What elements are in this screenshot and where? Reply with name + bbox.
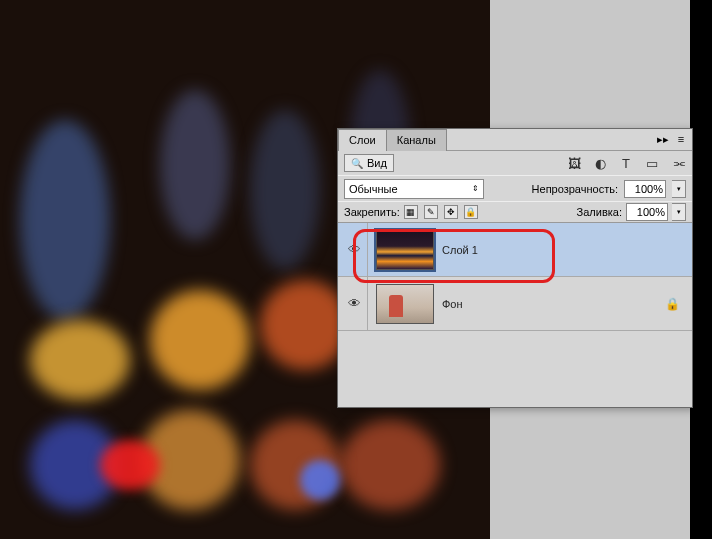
lock-position-icon[interactable]: ✥ xyxy=(444,205,458,219)
layers-list: 👁 Слой 1 👁 Фон 🔒 xyxy=(338,223,692,331)
filter-smartobject-icon[interactable]: ⫘ xyxy=(670,155,686,171)
opacity-input[interactable] xyxy=(624,180,666,198)
layer-lock-icon: 🔒 xyxy=(665,297,680,311)
tab-layers[interactable]: Слои xyxy=(338,129,387,151)
filter-type-icon[interactable]: T xyxy=(618,155,634,171)
fill-dropdown-arrow[interactable]: ▾ xyxy=(672,203,686,221)
opacity-label: Непрозрачность: xyxy=(532,183,618,195)
collapse-panel-icon[interactable]: ▸▸ xyxy=(656,132,670,146)
lock-all-icon[interactable]: 🔒 xyxy=(464,205,478,219)
lock-fill-row: Закрепить: ▦ ✎ ✥ 🔒 Заливка: ▾ xyxy=(338,201,692,223)
blend-mode-select[interactable]: Обычные ⇕ xyxy=(344,179,484,199)
layer-filter-kind-button[interactable]: 🔍 Вид xyxy=(344,154,394,172)
lock-image-icon[interactable]: ✎ xyxy=(424,205,438,219)
filter-shape-icon[interactable]: ▭ xyxy=(644,155,660,171)
fill-input[interactable] xyxy=(626,203,668,221)
blend-mode-value: Обычные xyxy=(349,183,398,195)
panel-tabs: Слои Каналы ▸▸ ≡ xyxy=(338,129,692,151)
layer-row-background[interactable]: 👁 Фон 🔒 xyxy=(338,277,692,331)
layer-thumbnail[interactable] xyxy=(376,230,434,270)
layer-name-label[interactable]: Фон xyxy=(442,298,463,310)
layers-toolbar: 🔍 Вид 🖼 ◐ T ▭ ⫘ xyxy=(338,151,692,175)
layers-panel: Слои Каналы ▸▸ ≡ 🔍 Вид 🖼 ◐ T ▭ ⫘ Обычные… xyxy=(337,128,693,408)
panel-menu-icon[interactable]: ≡ xyxy=(674,132,688,146)
filter-kind-label: Вид xyxy=(367,157,387,169)
layer-name-label[interactable]: Слой 1 xyxy=(442,244,478,256)
layer-row-layer1[interactable]: 👁 Слой 1 xyxy=(338,223,692,277)
lock-label: Закрепить: xyxy=(344,206,400,218)
tab-channels[interactable]: Каналы xyxy=(386,129,447,151)
blend-opacity-row: Обычные ⇕ Непрозрачность: ▾ xyxy=(338,175,692,201)
opacity-dropdown-arrow[interactable]: ▾ xyxy=(672,180,686,198)
fill-label: Заливка: xyxy=(577,206,622,218)
visibility-toggle-icon[interactable]: 👁 xyxy=(348,242,361,257)
filter-adjustment-icon[interactable]: ◐ xyxy=(592,155,608,171)
visibility-toggle-icon[interactable]: 👁 xyxy=(348,296,361,311)
filter-pixel-icon[interactable]: 🖼 xyxy=(566,155,582,171)
lock-transparency-icon[interactable]: ▦ xyxy=(404,205,418,219)
layer-thumbnail[interactable] xyxy=(376,284,434,324)
chevron-updown-icon: ⇕ xyxy=(472,184,479,193)
magnifier-icon: 🔍 xyxy=(351,158,363,169)
